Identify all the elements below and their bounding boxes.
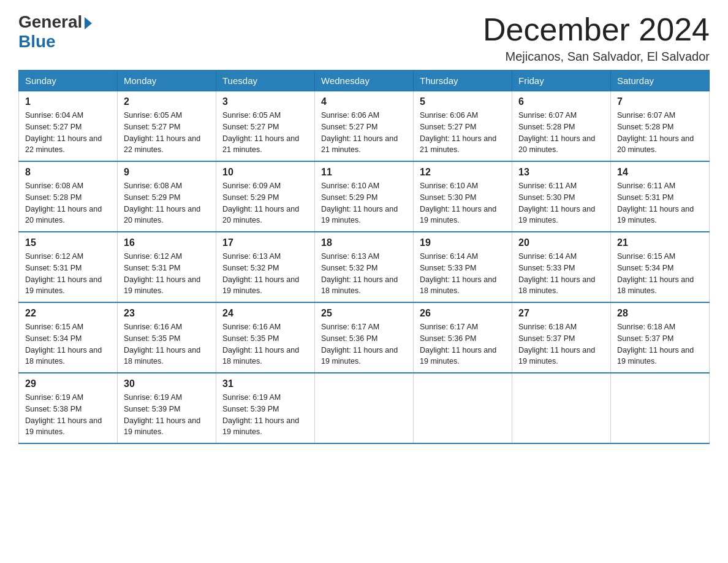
header-day-wednesday: Wednesday (315, 71, 414, 91)
calendar-cell: 31Sunrise: 6:19 AMSunset: 5:39 PMDayligh… (216, 373, 315, 443)
calendar-cell: 2Sunrise: 6:05 AMSunset: 5:27 PMDaylight… (118, 91, 216, 162)
day-number: 9 (124, 167, 210, 178)
day-info: Sunrise: 6:15 AMSunset: 5:34 PMDaylight:… (25, 323, 102, 366)
calendar-table: SundayMondayTuesdayWednesdayThursdayFrid… (18, 70, 710, 444)
day-number: 12 (420, 167, 506, 178)
calendar-cell (315, 373, 414, 443)
day-number: 27 (518, 308, 604, 319)
day-info: Sunrise: 6:12 AMSunset: 5:31 PMDaylight:… (124, 252, 200, 295)
day-number: 5 (420, 96, 506, 107)
calendar-cell: 6Sunrise: 6:07 AMSunset: 5:28 PMDaylight… (512, 91, 611, 162)
day-number: 31 (222, 378, 308, 389)
day-info: Sunrise: 6:17 AMSunset: 5:36 PMDaylight:… (420, 323, 496, 366)
day-number: 15 (25, 237, 111, 248)
day-number: 7 (617, 96, 703, 107)
calendar-cell: 12Sunrise: 6:10 AMSunset: 5:30 PMDayligh… (414, 161, 512, 232)
day-number: 25 (321, 308, 407, 319)
day-info: Sunrise: 6:06 AMSunset: 5:27 PMDaylight:… (321, 111, 398, 154)
day-info: Sunrise: 6:19 AMSunset: 5:38 PMDaylight:… (25, 393, 102, 436)
calendar-cell: 13Sunrise: 6:11 AMSunset: 5:30 PMDayligh… (512, 161, 611, 232)
calendar-cell: 30Sunrise: 6:19 AMSunset: 5:39 PMDayligh… (118, 373, 216, 443)
header-day-sunday: Sunday (19, 71, 118, 91)
calendar-cell: 7Sunrise: 6:07 AMSunset: 5:28 PMDaylight… (611, 91, 710, 162)
calendar-cell: 17Sunrise: 6:13 AMSunset: 5:32 PMDayligh… (216, 232, 315, 302)
header-row: SundayMondayTuesdayWednesdayThursdayFrid… (19, 71, 710, 91)
subtitle: Mejicanos, San Salvador, El Salvador (483, 50, 710, 64)
day-number: 1 (25, 96, 111, 107)
logo-arrow-icon (85, 17, 92, 29)
calendar-cell: 20Sunrise: 6:14 AMSunset: 5:33 PMDayligh… (512, 232, 611, 302)
day-info: Sunrise: 6:16 AMSunset: 5:35 PMDaylight:… (124, 323, 200, 366)
day-info: Sunrise: 6:14 AMSunset: 5:33 PMDaylight:… (518, 252, 595, 295)
calendar-cell: 22Sunrise: 6:15 AMSunset: 5:34 PMDayligh… (19, 302, 118, 373)
calendar-cell: 15Sunrise: 6:12 AMSunset: 5:31 PMDayligh… (19, 232, 118, 302)
day-number: 16 (124, 237, 210, 248)
calendar-cell: 25Sunrise: 6:17 AMSunset: 5:36 PMDayligh… (315, 302, 414, 373)
day-info: Sunrise: 6:05 AMSunset: 5:27 PMDaylight:… (124, 111, 200, 154)
calendar-cell: 21Sunrise: 6:15 AMSunset: 5:34 PMDayligh… (611, 232, 710, 302)
title-block: December 2024 Mejicanos, San Salvador, E… (483, 12, 710, 64)
day-info: Sunrise: 6:13 AMSunset: 5:32 PMDaylight:… (222, 252, 299, 295)
week-row-3: 15Sunrise: 6:12 AMSunset: 5:31 PMDayligh… (19, 232, 710, 302)
day-number: 28 (617, 308, 703, 319)
calendar-cell (611, 373, 710, 443)
day-info: Sunrise: 6:12 AMSunset: 5:31 PMDaylight:… (25, 252, 102, 295)
day-number: 29 (25, 378, 111, 389)
day-info: Sunrise: 6:11 AMSunset: 5:31 PMDaylight:… (617, 182, 694, 224)
day-number: 11 (321, 167, 407, 178)
calendar-cell: 10Sunrise: 6:09 AMSunset: 5:29 PMDayligh… (216, 161, 315, 232)
day-number: 19 (420, 237, 506, 248)
calendar-cell (414, 373, 512, 443)
day-info: Sunrise: 6:05 AMSunset: 5:27 PMDaylight:… (222, 111, 299, 154)
calendar-cell: 5Sunrise: 6:06 AMSunset: 5:27 PMDaylight… (414, 91, 512, 162)
day-info: Sunrise: 6:04 AMSunset: 5:27 PMDaylight:… (25, 111, 102, 154)
calendar-cell: 18Sunrise: 6:13 AMSunset: 5:32 PMDayligh… (315, 232, 414, 302)
week-row-2: 8Sunrise: 6:08 AMSunset: 5:28 PMDaylight… (19, 161, 710, 232)
header-day-friday: Friday (512, 71, 611, 91)
day-number: 24 (222, 308, 308, 319)
day-info: Sunrise: 6:07 AMSunset: 5:28 PMDaylight:… (518, 111, 595, 154)
logo-general-text: General (18, 12, 82, 32)
calendar-cell: 23Sunrise: 6:16 AMSunset: 5:35 PMDayligh… (118, 302, 216, 373)
day-info: Sunrise: 6:16 AMSunset: 5:35 PMDaylight:… (222, 323, 299, 366)
day-number: 22 (25, 308, 111, 319)
day-number: 6 (518, 96, 604, 107)
calendar-cell: 3Sunrise: 6:05 AMSunset: 5:27 PMDaylight… (216, 91, 315, 162)
day-info: Sunrise: 6:19 AMSunset: 5:39 PMDaylight:… (222, 393, 299, 436)
day-number: 30 (124, 378, 210, 389)
week-row-5: 29Sunrise: 6:19 AMSunset: 5:38 PMDayligh… (19, 373, 710, 443)
day-info: Sunrise: 6:17 AMSunset: 5:36 PMDaylight:… (321, 323, 398, 366)
calendar-cell: 19Sunrise: 6:14 AMSunset: 5:33 PMDayligh… (414, 232, 512, 302)
day-info: Sunrise: 6:19 AMSunset: 5:39 PMDaylight:… (124, 393, 200, 436)
logo: General Blue (18, 12, 92, 52)
day-number: 18 (321, 237, 407, 248)
calendar-cell: 26Sunrise: 6:17 AMSunset: 5:36 PMDayligh… (414, 302, 512, 373)
week-row-1: 1Sunrise: 6:04 AMSunset: 5:27 PMDaylight… (19, 91, 710, 162)
calendar-cell (512, 373, 611, 443)
day-number: 13 (518, 167, 604, 178)
calendar-cell: 29Sunrise: 6:19 AMSunset: 5:38 PMDayligh… (19, 373, 118, 443)
calendar-cell: 16Sunrise: 6:12 AMSunset: 5:31 PMDayligh… (118, 232, 216, 302)
day-number: 17 (222, 237, 308, 248)
calendar-cell: 24Sunrise: 6:16 AMSunset: 5:35 PMDayligh… (216, 302, 315, 373)
calendar-header: SundayMondayTuesdayWednesdayThursdayFrid… (19, 71, 710, 91)
day-number: 10 (222, 167, 308, 178)
day-info: Sunrise: 6:07 AMSunset: 5:28 PMDaylight:… (617, 111, 694, 154)
day-info: Sunrise: 6:13 AMSunset: 5:32 PMDaylight:… (321, 252, 398, 295)
calendar-cell: 11Sunrise: 6:10 AMSunset: 5:29 PMDayligh… (315, 161, 414, 232)
calendar-cell: 4Sunrise: 6:06 AMSunset: 5:27 PMDaylight… (315, 91, 414, 162)
calendar-cell: 1Sunrise: 6:04 AMSunset: 5:27 PMDaylight… (19, 91, 118, 162)
logo-blue-text: Blue (18, 32, 56, 52)
day-info: Sunrise: 6:14 AMSunset: 5:33 PMDaylight:… (420, 252, 496, 295)
page-title: December 2024 (483, 12, 710, 47)
calendar-cell: 14Sunrise: 6:11 AMSunset: 5:31 PMDayligh… (611, 161, 710, 232)
header-day-saturday: Saturday (611, 71, 710, 91)
day-info: Sunrise: 6:08 AMSunset: 5:28 PMDaylight:… (25, 182, 102, 224)
calendar-cell: 27Sunrise: 6:18 AMSunset: 5:37 PMDayligh… (512, 302, 611, 373)
page-header: General Blue December 2024 Mejicanos, Sa… (18, 12, 710, 64)
header-day-tuesday: Tuesday (216, 71, 315, 91)
day-number: 14 (617, 167, 703, 178)
day-number: 2 (124, 96, 210, 107)
day-info: Sunrise: 6:10 AMSunset: 5:29 PMDaylight:… (321, 182, 398, 224)
day-info: Sunrise: 6:06 AMSunset: 5:27 PMDaylight:… (420, 111, 496, 154)
